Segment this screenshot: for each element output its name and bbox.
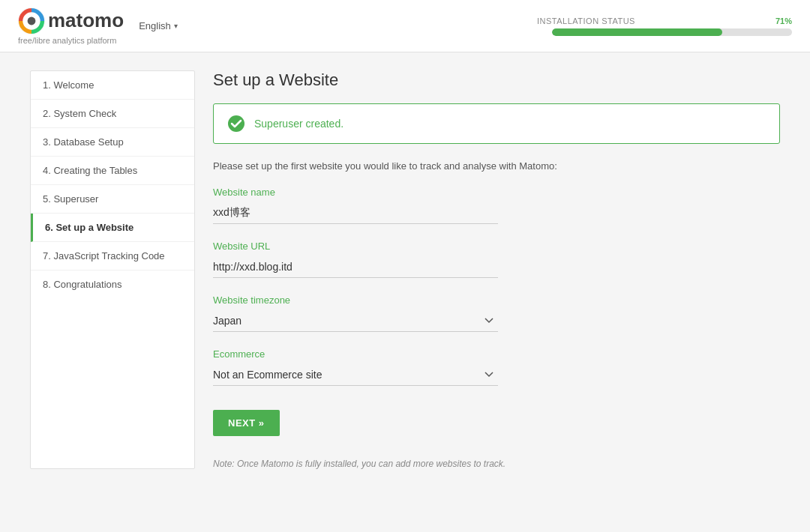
success-icon [227,115,245,133]
header-left: matomo free/libre analytics platform Eng… [18,7,178,45]
sidebar-item-database-setup[interactable]: 3. Database Setup [31,128,194,157]
page-title: Set up a Website [213,70,780,90]
sidebar-item-superuser[interactable]: 5. Superuser [31,185,194,214]
website-timezone-select[interactable]: Japan UTC US/Eastern US/Pacific Europe/L… [213,310,498,332]
installation-status-area: INSTALLATION STATUS 71% [537,16,792,36]
website-url-group: Website URL [213,241,780,278]
sidebar-item-welcome[interactable]: 1. Welcome [31,71,194,100]
main-container: 1. Welcome 2. System Check 3. Database S… [0,52,810,487]
next-button[interactable]: NEXT » [213,410,280,436]
website-timezone-group: Website timezone Japan UTC US/Eastern US… [213,294,780,332]
logo: matomo [18,7,124,34]
website-name-input[interactable] [213,202,498,224]
sidebar: 1. Welcome 2. System Check 3. Database S… [30,70,195,469]
success-message: Superuser created. [254,118,344,130]
header: matomo free/libre analytics platform Eng… [0,0,810,52]
website-name-group: Website name [213,187,780,224]
form-description: Please set up the first website you woul… [213,160,780,172]
logo-icon [18,7,45,34]
logo-area: matomo free/libre analytics platform [18,7,124,45]
website-timezone-label: Website timezone [213,294,780,306]
sidebar-item-creating-tables[interactable]: 4. Creating the Tables [31,157,194,185]
ecommerce-label: Ecommerce [213,348,780,360]
language-arrow-icon: ▾ [174,22,178,30]
content-area: Set up a Website Superuser created. Plea… [213,70,780,469]
svg-point-2 [28,16,36,25]
language-selector[interactable]: English ▾ [139,20,178,31]
logo-text: matomo [48,9,124,32]
progress-bar-fill [552,28,722,36]
sidebar-item-set-up-website[interactable]: 6. Set up a Website [31,214,194,242]
ecommerce-select[interactable]: Not an Ecommerce site Ecommerce site Onl… [213,364,498,386]
install-status-pct: 71% [776,16,792,25]
progress-bar-background [552,28,792,36]
install-status-text: INSTALLATION STATUS [537,16,635,25]
note-text: Note: Once Matomo is fully installed, yo… [213,459,780,469]
sidebar-item-js-tracking[interactable]: 7. JavaScript Tracking Code [31,242,194,270]
logo-tagline: free/libre analytics platform [18,36,124,45]
language-label: English [139,20,171,31]
ecommerce-group: Ecommerce Not an Ecommerce site Ecommerc… [213,348,780,386]
website-url-label: Website URL [213,241,780,252]
sidebar-item-system-check[interactable]: 2. System Check [31,100,194,128]
website-url-input[interactable] [213,256,498,278]
website-name-label: Website name [213,187,780,198]
success-banner: Superuser created. [213,103,780,144]
svg-point-3 [228,115,244,132]
sidebar-item-congratulations[interactable]: 8. Congratulations [31,270,194,298]
install-status-label-row: INSTALLATION STATUS 71% [537,16,792,25]
